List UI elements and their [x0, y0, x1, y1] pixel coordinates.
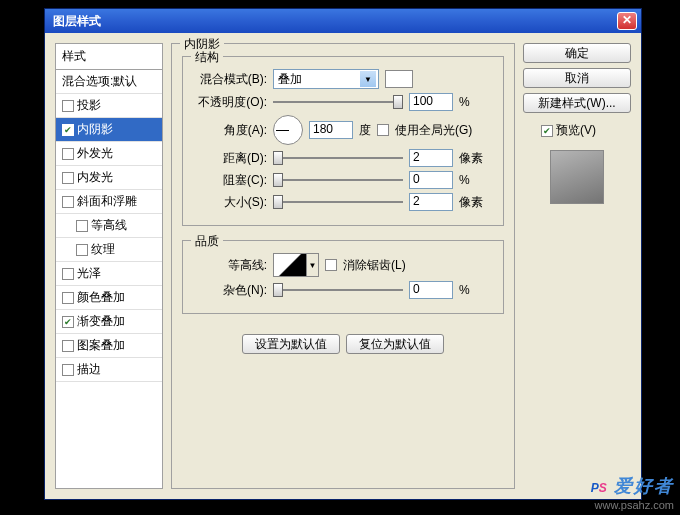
- ok-button[interactable]: 确定: [523, 43, 631, 63]
- distance-unit: 像素: [459, 150, 487, 167]
- checkbox-icon[interactable]: [62, 100, 74, 112]
- structure-title: 结构: [191, 49, 223, 66]
- style-item-gradient-overlay[interactable]: ✔渐变叠加: [56, 310, 162, 334]
- noise-slider[interactable]: [273, 281, 403, 299]
- checkbox-icon[interactable]: ✔: [62, 124, 74, 136]
- preview-label: 预览(V): [556, 122, 596, 139]
- style-item-bevel-emboss[interactable]: 斜面和浮雕: [56, 190, 162, 214]
- checkbox-icon[interactable]: [62, 196, 74, 208]
- choke-label: 阻塞(C):: [193, 172, 267, 189]
- watermark: PS 爱好者 www.psahz.com: [591, 468, 674, 511]
- action-panel: 确定 取消 新建样式(W)... ✔ 预览(V): [523, 43, 631, 489]
- blend-mode-label: 混合模式(B):: [193, 71, 267, 88]
- checkbox-icon[interactable]: [62, 172, 74, 184]
- dialog-content: 样式 混合选项:默认 投影 ✔内阴影 外发光 内发光 斜面和浮雕 等高线 纹理 …: [45, 33, 641, 499]
- checkbox-icon[interactable]: [76, 220, 88, 232]
- blend-mode-select[interactable]: 叠加▼: [273, 69, 379, 89]
- checkbox-icon[interactable]: [62, 148, 74, 160]
- blend-options-item[interactable]: 混合选项:默认: [56, 70, 162, 94]
- dialog-title: 图层样式: [49, 13, 101, 30]
- global-light-checkbox[interactable]: [377, 124, 389, 136]
- choke-unit: %: [459, 173, 487, 187]
- quality-title: 品质: [191, 233, 223, 250]
- style-item-pattern-overlay[interactable]: 图案叠加: [56, 334, 162, 358]
- style-item-inner-glow[interactable]: 内发光: [56, 166, 162, 190]
- style-item-color-overlay[interactable]: 颜色叠加: [56, 286, 162, 310]
- structure-group: 结构 混合模式(B): 叠加▼ 不透明度(O): 100 %: [182, 56, 504, 226]
- anti-alias-checkbox[interactable]: [325, 259, 337, 271]
- contour-preview[interactable]: [273, 253, 307, 277]
- checkbox-icon[interactable]: [76, 244, 88, 256]
- reset-default-button[interactable]: 复位为默认值: [346, 334, 444, 354]
- close-button[interactable]: ✕: [617, 12, 637, 30]
- set-default-button[interactable]: 设置为默认值: [242, 334, 340, 354]
- chevron-down-icon: ▼: [360, 71, 376, 87]
- styles-header: 样式: [56, 44, 162, 70]
- size-input[interactable]: 2: [409, 193, 453, 211]
- opacity-label: 不透明度(O):: [193, 94, 267, 111]
- contour-dropdown[interactable]: ▼: [307, 253, 319, 277]
- distance-input[interactable]: 2: [409, 149, 453, 167]
- checkbox-icon[interactable]: [62, 340, 74, 352]
- settings-panel: 内阴影 结构 混合模式(B): 叠加▼ 不透明度(O): 100: [171, 43, 515, 489]
- angle-unit: 度: [359, 122, 371, 139]
- style-item-satin[interactable]: 光泽: [56, 262, 162, 286]
- opacity-input[interactable]: 100: [409, 93, 453, 111]
- size-label: 大小(S):: [193, 194, 267, 211]
- size-unit: 像素: [459, 194, 487, 211]
- size-slider[interactable]: [273, 193, 403, 211]
- choke-slider[interactable]: [273, 171, 403, 189]
- distance-label: 距离(D):: [193, 150, 267, 167]
- layer-style-dialog: 图层样式 ✕ 样式 混合选项:默认 投影 ✔内阴影 外发光 内发光 斜面和浮雕 …: [44, 8, 642, 500]
- checkbox-icon[interactable]: [62, 364, 74, 376]
- new-style-button[interactable]: 新建样式(W)...: [523, 93, 631, 113]
- angle-label: 角度(A):: [193, 122, 267, 139]
- style-item-contour[interactable]: 等高线: [56, 214, 162, 238]
- contour-label: 等高线:: [193, 257, 267, 274]
- style-item-inner-shadow[interactable]: ✔内阴影: [56, 118, 162, 142]
- opacity-unit: %: [459, 95, 487, 109]
- angle-input[interactable]: 180: [309, 121, 353, 139]
- noise-label: 杂色(N):: [193, 282, 267, 299]
- style-item-drop-shadow[interactable]: 投影: [56, 94, 162, 118]
- titlebar[interactable]: 图层样式 ✕: [45, 9, 641, 33]
- angle-dial[interactable]: [273, 115, 303, 145]
- choke-input[interactable]: 0: [409, 171, 453, 189]
- global-light-label: 使用全局光(G): [395, 122, 472, 139]
- style-item-texture[interactable]: 纹理: [56, 238, 162, 262]
- checkbox-icon[interactable]: ✔: [62, 316, 74, 328]
- styles-list: 样式 混合选项:默认 投影 ✔内阴影 外发光 内发光 斜面和浮雕 等高线 纹理 …: [55, 43, 163, 489]
- checkbox-icon[interactable]: [62, 268, 74, 280]
- opacity-slider[interactable]: [273, 93, 403, 111]
- distance-slider[interactable]: [273, 149, 403, 167]
- style-item-outer-glow[interactable]: 外发光: [56, 142, 162, 166]
- cancel-button[interactable]: 取消: [523, 68, 631, 88]
- quality-group: 品质 等高线: ▼ 消除锯齿(L) 杂色(N): 0 %: [182, 240, 504, 314]
- anti-alias-label: 消除锯齿(L): [343, 257, 406, 274]
- color-swatch[interactable]: [385, 70, 413, 88]
- preview-swatch: [550, 150, 604, 204]
- style-item-stroke[interactable]: 描边: [56, 358, 162, 382]
- noise-unit: %: [459, 283, 487, 297]
- noise-input[interactable]: 0: [409, 281, 453, 299]
- preview-checkbox[interactable]: ✔: [541, 125, 553, 137]
- checkbox-icon[interactable]: [62, 292, 74, 304]
- inner-shadow-group: 内阴影 结构 混合模式(B): 叠加▼ 不透明度(O): 100: [171, 43, 515, 489]
